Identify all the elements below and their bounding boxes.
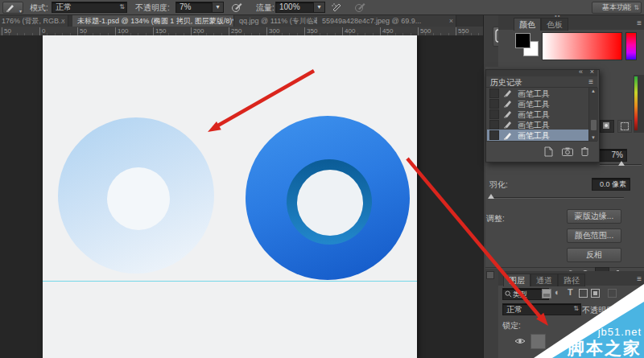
history-source-checkbox[interactable]: [489, 120, 499, 130]
tab-color[interactable]: 颜色: [514, 18, 541, 31]
workspace-button[interactable]: 基本功能 ⇅: [592, 2, 642, 14]
hue-slider[interactable]: [625, 32, 637, 60]
flow-dropdown-button[interactable]: ▾: [313, 2, 325, 13]
pressure-opacity-icon[interactable]: [231, 2, 243, 13]
mask-edge-button[interactable]: 蒙版边缘...: [567, 209, 621, 224]
workspace-label: 基本功能: [602, 3, 631, 11]
close-tab-icon[interactable]: ×: [449, 15, 453, 27]
flow-label: 流量:: [256, 2, 275, 14]
preset-arrow-icon: ▾: [19, 8, 22, 14]
document-tab-4[interactable]: 55949a428e4c7.jpeg @ 69.9... ×: [317, 15, 456, 27]
airbrush-icon[interactable]: [330, 2, 343, 13]
tab-layers-label: 图层: [509, 276, 525, 285]
delete-state-icon[interactable]: [580, 146, 589, 156]
color-range-button[interactable]: 颜色范围...: [567, 228, 621, 243]
ruler-tick: 50: [77, 27, 87, 35]
history-source-checkbox[interactable]: [489, 99, 499, 109]
brush-icon: [503, 88, 513, 97]
ruler-tick: 400: [342, 27, 355, 35]
document-tab-2[interactable]: 未标题-1.psd @ 134% (椭圆 1 拷贝, 图层蒙版/8)* ×: [72, 15, 234, 27]
opacity-label: 不透明度:: [135, 2, 170, 14]
brush-icon: [503, 120, 513, 129]
feather-slider-thumb[interactable]: [488, 194, 494, 199]
close-tab-icon[interactable]: ×: [61, 15, 65, 27]
kind-value: 类型: [513, 290, 527, 298]
panel-menu-icon[interactable]: ≡: [637, 19, 642, 27]
flow-input[interactable]: 100%: [275, 2, 319, 13]
document-tab-1[interactable]: 176% (背景, RGB... ×: [0, 15, 68, 27]
scroll-down-icon[interactable]: ▼: [591, 135, 596, 140]
filter-shape-layers-icon[interactable]: [579, 289, 588, 298]
history-step[interactable]: 画笔工具: [487, 88, 588, 98]
collapse-panel-icon[interactable]: «: [579, 68, 583, 76]
ruler-tick: 550: [456, 27, 469, 35]
ruler-tick: 50: [2, 27, 11, 35]
tool-preset-button[interactable]: ▾: [2, 2, 23, 14]
document-canvas[interactable]: [43, 35, 417, 358]
tab-paths[interactable]: 路径: [558, 274, 585, 286]
history-step-selected[interactable]: 画笔工具: [487, 130, 588, 141]
ruler-tick: 200: [191, 27, 204, 35]
new-document-from-state-icon[interactable]: [543, 146, 553, 157]
feather-value: 0.0 像素: [600, 180, 626, 188]
blend-mode-select[interactable]: 正常 ⇅: [502, 303, 581, 315]
ruler-tick: 350: [304, 27, 317, 35]
color-panel: •• 颜色 色板 ≡: [498, 15, 644, 70]
mode-value: 正常: [56, 2, 72, 11]
opacity-dropdown-button[interactable]: ▾: [212, 2, 224, 13]
invert-button[interactable]: 反相: [567, 248, 621, 262]
close-panel-icon[interactable]: ×: [590, 68, 594, 76]
pixel-mask-button[interactable]: [600, 120, 614, 133]
guide-line[interactable]: [43, 281, 417, 282]
foreground-color-swatch[interactable]: [515, 33, 530, 48]
color-ramp-field[interactable]: [542, 32, 622, 60]
tab-label: 未标题-1.psd @ 134% (椭圆 1 拷贝, 图层蒙版/8)*: [77, 17, 234, 25]
tab-swatches[interactable]: 色板: [541, 18, 568, 31]
filter-toggle-icon[interactable]: [608, 289, 617, 298]
mode-select[interactable]: 正常 ⇅: [52, 2, 127, 13]
brush-icon: [503, 99, 513, 108]
new-snapshot-icon[interactable]: [562, 147, 573, 156]
feather-value-field[interactable]: 0.0 像素: [592, 178, 630, 191]
close-tab-icon[interactable]: ×: [227, 15, 231, 27]
scroll-up-icon[interactable]: ▲: [591, 88, 596, 93]
filter-adjustment-layers-icon[interactable]: ◐: [555, 287, 560, 297]
pressure-size-icon[interactable]: [354, 2, 366, 13]
filter-type-layers-icon[interactable]: T: [568, 287, 573, 297]
brush-tool-icon: [6, 2, 15, 12]
document-tab-bar: 176% (背景, RGB... × 未标题-1.psd @ 134% (椭圆 …: [0, 15, 486, 27]
tab-label: 176% (背景, RGB...: [2, 17, 65, 25]
filter-pixel-layers-icon[interactable]: [542, 289, 551, 298]
density-slider-thumb[interactable]: [618, 161, 625, 166]
history-scrollbar[interactable]: ▲ ▼: [588, 88, 598, 141]
scrollbar-thumb[interactable]: [591, 120, 597, 130]
panel-menu-icon[interactable]: ≡: [588, 77, 593, 86]
layer-visibility-eye-icon[interactable]: [514, 336, 526, 346]
hue-strip-gradient: [634, 76, 638, 130]
document-tab-3[interactable]: qq.jpg @ 111% (专川临摹 R... ×: [234, 15, 320, 27]
ruler-tick: 250: [229, 27, 242, 35]
tab-channels-label: 通道: [536, 276, 552, 285]
history-titlebar: « ×: [486, 70, 597, 76]
history-source-checkbox[interactable]: [489, 109, 499, 119]
panel-menu-icon[interactable]: ≡: [637, 274, 642, 283]
collapsed-dock-mini-icon[interactable]: [486, 271, 494, 279]
history-panel: « × 历史记录 ≡ 画笔工具 画笔工具: [485, 69, 600, 163]
history-source-checkbox[interactable]: [489, 130, 499, 140]
tab-channels[interactable]: 通道: [530, 274, 558, 286]
history-step[interactable]: 画笔工具: [487, 98, 588, 109]
feather-slider-track[interactable]: [489, 197, 624, 198]
history-source-checkbox[interactable]: [489, 88, 499, 98]
history-step[interactable]: 画笔工具: [487, 109, 588, 119]
ruler-tick: 100: [115, 27, 128, 35]
tab-label: qq.jpg @ 111% (专川临摹 R...: [239, 17, 320, 25]
search-icon: [505, 290, 512, 298]
filter-smart-objects-icon[interactable]: [591, 289, 600, 298]
layer-thumbnail[interactable]: [530, 334, 546, 349]
history-step[interactable]: 画笔工具: [487, 119, 588, 130]
canvas-pasteboard[interactable]: [0, 35, 486, 358]
blue-donut-hole: [297, 170, 363, 236]
vector-mask-button[interactable]: [617, 120, 632, 133]
tab-layers[interactable]: 图层: [503, 274, 530, 286]
history-title: 历史记录: [490, 77, 522, 88]
